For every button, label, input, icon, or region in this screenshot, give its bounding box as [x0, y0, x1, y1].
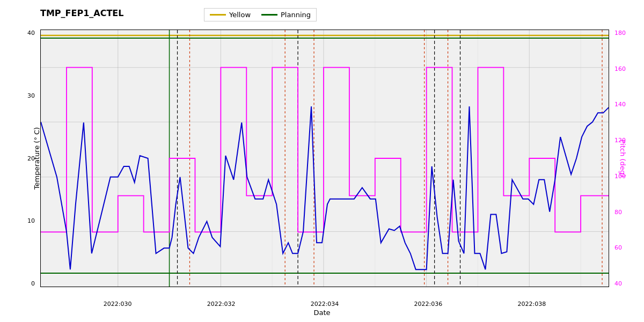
yellow-legend-label: Yellow [229, 11, 251, 19]
x-tick-030: 2022:030 [104, 301, 132, 308]
yellow-legend-line [210, 14, 226, 16]
y-tick-r-160: 160 [612, 65, 626, 72]
y-tick-40: 40 [27, 30, 38, 36]
y-tick-0: 0 [31, 280, 38, 287]
y-tick-r-40: 40 [612, 280, 622, 287]
y-tick-r-80: 80 [612, 209, 622, 216]
planning-legend-line [261, 14, 277, 16]
y-axis-right: Pitch (deg) 40 60 80 100 120 140 160 180 [609, 30, 644, 287]
y-tick-30: 30 [27, 92, 38, 99]
y-right-label: Pitch (deg) [618, 140, 626, 177]
legend-planning: Planning [261, 11, 311, 19]
chart-title: TMP_FEP1_ACTEL [40, 8, 123, 18]
x-axis-label: Date [313, 309, 330, 317]
pitch-line [41, 68, 609, 232]
y-tick-r-140: 140 [612, 101, 626, 108]
legend-yellow: Yellow [210, 11, 251, 19]
planning-legend-label: Planning [281, 11, 311, 19]
x-tick-034: 2022:034 [311, 301, 339, 308]
x-tick-032: 2022:032 [207, 301, 236, 308]
plot-area [40, 30, 609, 287]
y-tick-r-60: 60 [612, 244, 622, 251]
y-tick-10: 10 [27, 217, 38, 224]
y-tick-r-180: 180 [612, 30, 626, 36]
legend: Yellow Planning [204, 8, 317, 21]
x-tick-036: 2022:036 [414, 301, 443, 308]
y-axis-left: Temperature (° C) 0 10 20 30 40 [0, 30, 40, 287]
chart-container: TMP_FEP1_ACTEL Yellow Planning Temperatu… [0, 0, 644, 322]
x-tick-038: 2022:038 [517, 301, 546, 308]
temperature-line [41, 106, 609, 269]
chart-svg [41, 30, 609, 287]
y-left-label: Temperature (° C) [33, 127, 41, 189]
